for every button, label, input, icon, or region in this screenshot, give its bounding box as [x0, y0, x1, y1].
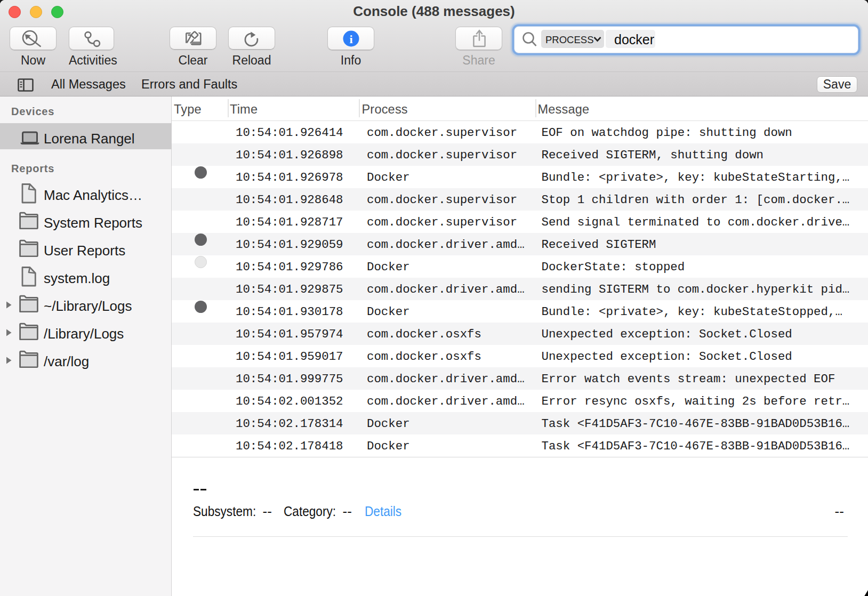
- svg-text:i: i: [349, 33, 352, 46]
